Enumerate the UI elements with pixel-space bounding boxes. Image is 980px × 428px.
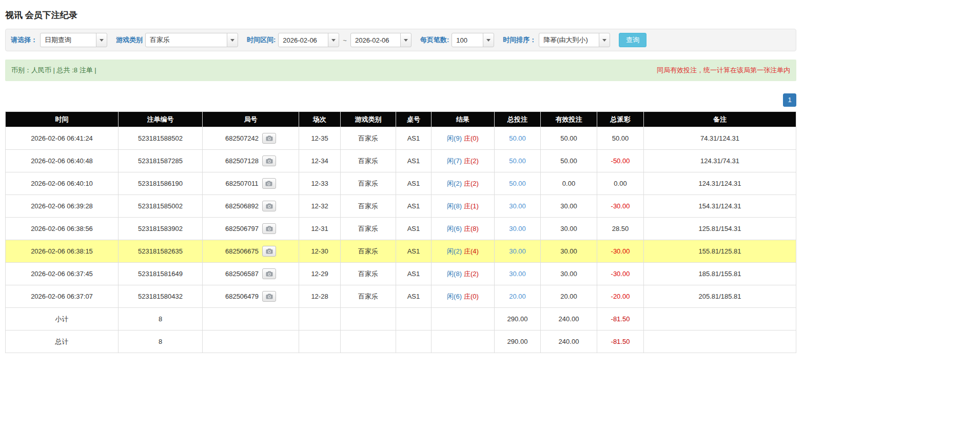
cell-bet-id: 523181586190 <box>119 172 203 195</box>
date-from-dropdown-button[interactable] <box>328 33 339 47</box>
camera-icon <box>266 294 273 299</box>
table-row: 2026-02-06 06:40:10 523181586190 6825070… <box>6 172 796 195</box>
video-replay-button[interactable] <box>262 246 276 257</box>
subtotal-payout: -81.50 <box>597 308 644 330</box>
video-replay-button[interactable] <box>262 201 276 211</box>
round-number: 682506892 <box>225 202 259 210</box>
result-player: 闲(2) <box>447 180 462 187</box>
game-type-input[interactable] <box>145 33 227 47</box>
result-player: 闲(7) <box>447 157 462 165</box>
cell-note: 185.81/155.81 <box>644 263 796 285</box>
query-type-input[interactable] <box>40 33 96 47</box>
cell-game-type: 百家乐 <box>341 263 396 285</box>
page-1-button[interactable]: 1 <box>783 93 796 107</box>
caret-down-icon <box>230 39 234 42</box>
table-header-row: 时间 注单编号 局号 场次 游戏类别 桌号 结果 总投注 有效投注 总派彩 备注 <box>6 112 796 127</box>
cell-round: 682507242 <box>203 127 299 150</box>
summary-bar: 币别：人民币 | 总共 :8 注单 | 同局有效投注，统一计算在该局第一张注单内 <box>5 60 796 81</box>
cell-total-bet[interactable]: 50.00 <box>495 172 541 195</box>
currency-summary-text: 币别：人民币 | 总共 :8 注单 | <box>11 66 96 75</box>
cell-total-bet[interactable]: 30.00 <box>495 218 541 240</box>
cell-payout: -30.00 <box>597 240 644 263</box>
cell-payout: -20.00 <box>597 285 644 308</box>
header-session: 场次 <box>299 112 341 127</box>
cell-session: 12-30 <box>299 240 341 263</box>
result-banker: 庄(2) <box>464 180 479 187</box>
sort-input[interactable] <box>539 33 599 47</box>
cell-total-bet[interactable]: 30.00 <box>495 240 541 263</box>
cell-table-no: AS1 <box>396 127 432 150</box>
cell-bet-id: 523181582635 <box>119 240 203 263</box>
total-label: 总计 <box>6 330 119 353</box>
page-size-input[interactable] <box>452 33 483 47</box>
cell-bet-id: 523181581649 <box>119 263 203 285</box>
result-banker: 庄(4) <box>464 247 479 255</box>
result-player: 闲(8) <box>447 202 462 210</box>
cell-note: 154.31/124.31 <box>644 195 796 218</box>
cell-payout: 28.50 <box>597 218 644 240</box>
date-to-combo <box>350 33 411 47</box>
result-banker: 庄(1) <box>464 202 479 210</box>
cell-payout: -50.00 <box>597 150 644 172</box>
video-replay-button[interactable] <box>262 133 276 144</box>
date-to-input[interactable] <box>350 33 401 47</box>
round-number: 682506587 <box>225 270 259 278</box>
cell-session: 12-32 <box>299 195 341 218</box>
cell-game-type: 百家乐 <box>341 195 396 218</box>
header-payout: 总派彩 <box>597 112 644 127</box>
cell-game-type: 百家乐 <box>341 150 396 172</box>
cell-total-bet[interactable]: 30.00 <box>495 263 541 285</box>
search-button[interactable]: 查询 <box>619 33 646 47</box>
cell-table-no: AS1 <box>396 240 432 263</box>
result-banker: 庄(0) <box>464 134 479 142</box>
round-number: 682507011 <box>225 180 258 187</box>
total-row: 总计 8 290.00 240.00 -81.50 <box>6 330 796 353</box>
content-area: 视讯 会员下注纪录 请选择： 游戏类别 时间区间: ~ 每页笔数: 时间排序： <box>0 0 801 428</box>
cell-time: 2026-02-06 06:40:10 <box>6 172 119 195</box>
table-row: 2026-02-06 06:38:56 523181583902 6825067… <box>6 218 796 240</box>
header-round: 局号 <box>203 112 299 127</box>
table-row: 2026-02-06 06:38:15 523181582635 6825066… <box>6 240 796 263</box>
cell-note: 74.31/124.31 <box>644 127 796 150</box>
caret-down-icon <box>486 39 491 42</box>
cell-time: 2026-02-06 06:38:56 <box>6 218 119 240</box>
camera-icon <box>266 135 273 141</box>
cell-total-bet[interactable]: 50.00 <box>495 127 541 150</box>
camera-icon <box>266 248 273 254</box>
date-separator: ~ <box>343 36 347 44</box>
game-type-dropdown-button[interactable] <box>227 33 238 47</box>
result-banker: 庄(0) <box>464 293 479 300</box>
sort-dropdown-button[interactable] <box>599 33 610 47</box>
cell-total-bet[interactable]: 30.00 <box>495 195 541 218</box>
date-to-dropdown-button[interactable] <box>400 33 411 47</box>
header-total-bet: 总投注 <box>495 112 541 127</box>
cell-time: 2026-02-06 06:37:45 <box>6 263 119 285</box>
query-type-combo <box>40 33 107 47</box>
round-number: 682506479 <box>225 293 259 300</box>
video-replay-button[interactable] <box>262 178 276 189</box>
cell-time: 2026-02-06 06:39:28 <box>6 195 119 218</box>
cell-valid-bet: 50.00 <box>541 127 597 150</box>
cell-result: 闲(6)庄(0) <box>432 285 495 308</box>
cell-game-type: 百家乐 <box>341 127 396 150</box>
valid-bet-notice-text: 同局有效投注，统一计算在该局第一张注单内 <box>657 66 790 75</box>
header-valid-bet: 有效投注 <box>541 112 597 127</box>
cell-total-bet[interactable]: 20.00 <box>495 285 541 308</box>
video-replay-button[interactable] <box>262 155 276 166</box>
query-type-dropdown-button[interactable] <box>96 33 107 47</box>
cell-round: 682506479 <box>203 285 299 308</box>
video-replay-button[interactable] <box>262 268 276 279</box>
filter-bar: 请选择： 游戏类别 时间区间: ~ 每页笔数: 时间排序： <box>5 29 796 51</box>
cell-total-bet[interactable]: 50.00 <box>495 150 541 172</box>
subtotal-count: 8 <box>119 308 203 330</box>
page-size-dropdown-button[interactable] <box>483 33 494 47</box>
total-count: 8 <box>119 330 203 353</box>
query-type-label: 请选择： <box>11 35 37 45</box>
video-replay-button[interactable] <box>262 291 276 302</box>
cell-time: 2026-02-06 06:38:15 <box>6 240 119 263</box>
video-replay-button[interactable] <box>262 223 276 234</box>
cell-note: 124.31/74.31 <box>644 150 796 172</box>
cell-note: 205.81/185.81 <box>644 285 796 308</box>
cell-valid-bet: 20.00 <box>541 285 597 308</box>
date-from-input[interactable] <box>278 33 328 47</box>
